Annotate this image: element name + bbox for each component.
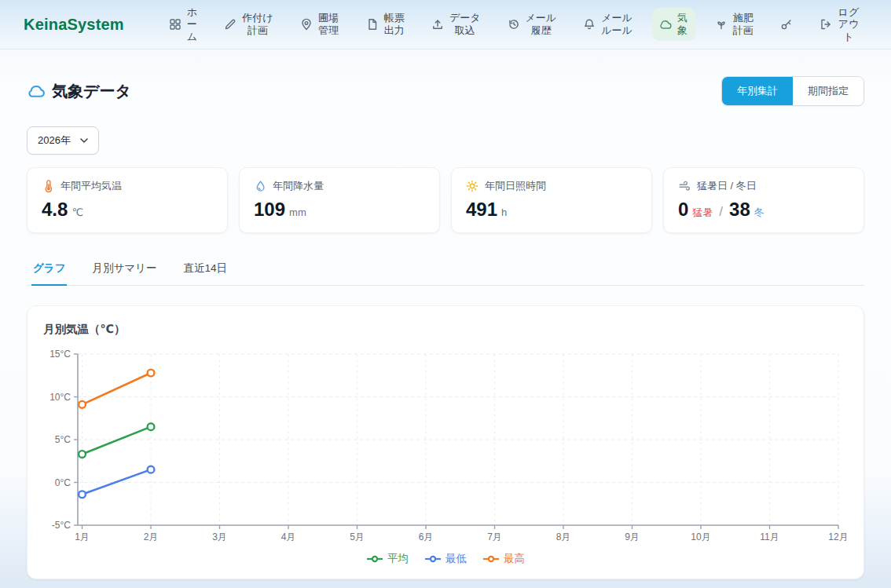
tab-monthly-summary[interactable]: 月別サマリー — [90, 254, 158, 286]
x-tick-label: 6月 — [419, 531, 434, 542]
legend-marker — [482, 555, 500, 563]
x-tick-label: 12月 — [828, 531, 848, 542]
cold-days-value: 38 — [729, 199, 750, 221]
nav-item-home[interactable]: ホーム — [162, 2, 205, 47]
nav-item-field-management[interactable]: 圃場管理 — [293, 8, 346, 40]
legend-label: 最高 — [504, 552, 525, 566]
x-tick-label: 4月 — [281, 531, 296, 542]
stat-card-sunshine: 年間日照時間 491 h — [451, 167, 652, 233]
x-tick-label: 7月 — [487, 531, 502, 542]
data-point-平均[interactable] — [148, 423, 155, 430]
chart-card: 月別気温（℃） -5°C0°C5°C10°C15°C1月2月3月4月5月6月7月… — [27, 305, 864, 579]
cold-days-unit: 冬 — [754, 206, 764, 220]
sun-icon — [466, 180, 478, 192]
cloud-icon — [659, 18, 672, 31]
nav-item-report-output[interactable]: 帳票出力 — [359, 8, 412, 40]
stat-label: 年間日照時間 — [485, 179, 546, 193]
stat-card-avg-temp: 年間平均気温 4.8 ℃ — [27, 167, 228, 233]
stat-card-precipitation: 年間降水量 109 mm — [239, 167, 440, 233]
nav-item-label: 作付け計画 — [241, 12, 273, 36]
chart-svg: -5°C0°C5°C10°C15°C1月2月3月4月5月6月7月8月9月10月1… — [43, 346, 849, 547]
chart-legend: 平均最低最高 — [43, 552, 848, 566]
app-logo: KeinaSystem — [24, 16, 124, 34]
stat-value: 4.8 — [42, 199, 68, 221]
tab-graph[interactable]: グラフ — [31, 254, 67, 286]
legend-marker — [366, 555, 383, 563]
y-tick-label: 10°C — [50, 392, 71, 403]
logout-icon — [820, 18, 832, 31]
x-tick-label: 11月 — [760, 531, 779, 542]
tab-bar: グラフ 月別サマリー 直近14日 — [27, 254, 864, 286]
nav-item-planting-plan[interactable]: 作付け計画 — [217, 8, 280, 40]
data-point-平均[interactable] — [79, 451, 86, 458]
separator: / — [719, 204, 723, 220]
hot-days-unit: 猛暑 — [692, 206, 713, 220]
nav-item-password[interactable] — [773, 14, 800, 35]
nav-item-mail-rules[interactable]: メールルール — [576, 8, 640, 40]
legend-item-最高: 最高 — [482, 552, 525, 566]
legend-item-平均: 平均 — [366, 552, 409, 566]
nav-item-data-import[interactable]: データ取込 — [424, 8, 488, 40]
toggle-period-button[interactable]: 期間指定 — [793, 77, 864, 105]
year-select[interactable]: 2026年 — [27, 126, 99, 155]
chevron-down-icon — [80, 138, 88, 144]
data-point-最低[interactable] — [79, 491, 86, 498]
data-point-最低[interactable] — [148, 466, 155, 473]
x-tick-label: 9月 — [625, 531, 640, 542]
stat-value: 109 — [254, 199, 285, 221]
nav-item-label: データ取込 — [449, 12, 481, 36]
stat-unit: ℃ — [72, 206, 83, 218]
nav-item-label: メール履歴 — [525, 12, 557, 36]
nav-item-fertilizer-plan[interactable]: 施肥計画 — [708, 8, 761, 40]
main-content: 気象データ 年別集計 期間指定 2026年 年間平均気温 — [0, 76, 891, 579]
legend-item-最低: 最低 — [424, 552, 467, 566]
droplet-icon — [254, 180, 266, 192]
upload-icon — [431, 18, 444, 31]
grid-icon — [169, 18, 182, 31]
document-icon — [366, 18, 379, 31]
pencil-icon — [224, 18, 236, 31]
key-icon — [780, 18, 793, 31]
toggle-yearly-button[interactable]: 年別集計 — [722, 77, 793, 105]
series-line-最低 — [82, 469, 152, 495]
nav-item-label: 施肥計画 — [732, 12, 754, 36]
x-tick-label: 3月 — [212, 531, 227, 542]
nav-item-label: 圃場管理 — [317, 12, 339, 36]
stat-cards: 年間平均気温 4.8 ℃ 年間降水量 109 mm — [27, 167, 864, 233]
view-toggle: 年別集計 期間指定 — [721, 76, 864, 106]
chart-title: 月別気温（℃） — [43, 322, 848, 337]
x-tick-label: 2月 — [144, 531, 159, 542]
y-tick-label: 15°C — [50, 349, 71, 360]
stat-label: 猛暑日 / 冬日 — [697, 179, 757, 193]
top-nav: KeinaSystem ホーム作付け計画圃場管理帳票出力データ取込メール履歴メー… — [0, 0, 891, 49]
nav-item-label: 気象 — [676, 12, 688, 36]
hot-days-value: 0 — [678, 199, 688, 221]
page-title: 気象データ — [52, 81, 131, 102]
legend-label: 平均 — [387, 552, 409, 566]
legend-marker — [424, 555, 442, 563]
page-title-wrap: 気象データ — [27, 81, 131, 102]
stat-value: 491 — [466, 199, 497, 221]
page-header: 気象データ 年別集計 期間指定 — [27, 76, 864, 106]
nav-item-label: 帳票出力 — [383, 12, 405, 36]
nav-item-weather[interactable]: 気象 — [652, 8, 695, 40]
nav-item-label: メールルール — [600, 12, 632, 36]
series-line-最高 — [82, 373, 152, 404]
stat-card-extreme-days: 猛暑日 / 冬日 0 猛暑 / 38 冬 — [663, 167, 864, 233]
legend-label: 最低 — [446, 552, 467, 566]
nav-item-logout[interactable]: ログアウト — [812, 2, 867, 47]
year-select-value: 2026年 — [38, 133, 71, 148]
x-tick-label: 8月 — [556, 531, 571, 542]
nav-item-label: ホーム — [186, 6, 198, 43]
monthly-temperature-chart: -5°C0°C5°C10°C15°C1月2月3月4月5月6月7月8月9月10月1… — [43, 346, 848, 547]
cloud-icon — [27, 82, 45, 100]
stat-label: 年間降水量 — [273, 179, 324, 193]
y-tick-label: 0°C — [55, 477, 71, 488]
tab-recent-14-days[interactable]: 直近14日 — [182, 254, 229, 286]
data-point-最高[interactable] — [148, 370, 155, 377]
map-pin-icon — [300, 18, 313, 31]
sprout-icon — [715, 18, 728, 31]
y-tick-label: 5°C — [55, 434, 71, 445]
nav-item-mail-history[interactable]: メール履歴 — [500, 8, 564, 40]
data-point-最高[interactable] — [79, 401, 86, 408]
